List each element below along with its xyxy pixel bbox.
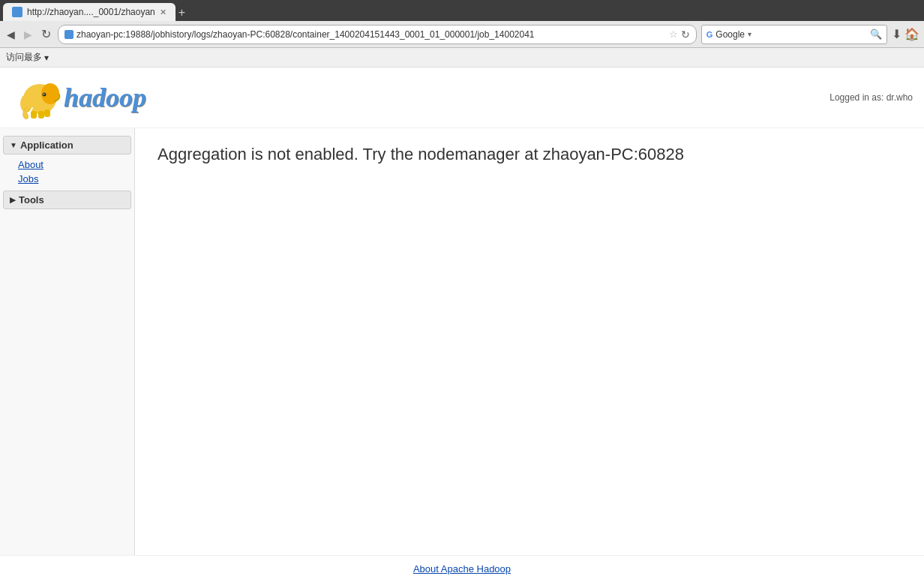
- search-submit-button[interactable]: 🔍: [870, 28, 882, 40]
- most-visited-label: 访问最多: [6, 51, 42, 64]
- search-dropdown-icon[interactable]: ▾: [748, 30, 752, 38]
- application-links: About Jobs: [0, 156, 134, 188]
- new-tab-button[interactable]: +: [178, 6, 185, 20]
- download-button[interactable]: ⬇: [892, 27, 902, 41]
- application-section: ▼ Application About Jobs: [0, 136, 134, 188]
- most-visited-dropdown-icon[interactable]: ▾: [44, 52, 49, 63]
- most-visited-bookmark[interactable]: 访问最多 ▾: [6, 51, 49, 64]
- svg-rect-6: [38, 111, 44, 118]
- tools-section: ▶ Tools: [0, 190, 134, 209]
- application-arrow: ▼: [10, 141, 17, 149]
- svg-point-4: [44, 94, 45, 95]
- forward-icon: [24, 28, 32, 40]
- jobs-link[interactable]: Jobs: [15, 172, 134, 186]
- about-link[interactable]: About: [15, 158, 134, 172]
- tab-favicon: [12, 7, 22, 17]
- reload-icon: [41, 28, 51, 40]
- search-bar[interactable]: G Google ▾ 🔍: [701, 25, 887, 44]
- aggregation-message: Aggregation is not enabled. Try the node…: [158, 143, 902, 166]
- address-favicon: [64, 30, 74, 39]
- page-content: hadoop Logged in as: dr.who ▼ Applicatio…: [0, 68, 924, 563]
- google-icon: G: [706, 30, 713, 39]
- browser-window: http://zhaoyan...._0001/zhaoyan ✕ + ☆ ↻ …: [0, 0, 924, 68]
- address-input[interactable]: [76, 29, 666, 40]
- back-icon: [7, 28, 15, 40]
- svg-rect-5: [31, 111, 37, 118]
- svg-rect-7: [44, 110, 50, 117]
- active-tab[interactable]: http://zhaoyan...._0001/zhaoyan ✕: [3, 3, 176, 21]
- main-content: Aggregation is not enabled. Try the node…: [135, 128, 924, 563]
- bookmark-star-icon[interactable]: ☆: [669, 28, 678, 40]
- bookmarks-bar: 访问最多 ▾: [0, 48, 924, 68]
- page-body: ▼ Application About Jobs ▶ Tools Aggrega…: [0, 128, 924, 563]
- back-button[interactable]: [4, 26, 17, 44]
- reload-button[interactable]: [39, 25, 53, 44]
- page-reload-icon[interactable]: ↻: [681, 28, 690, 40]
- nav-extra-buttons: ⬇ 🏠: [892, 27, 920, 41]
- logged-in-status: Logged in as: dr.who: [830, 92, 913, 103]
- tab-title: http://zhaoyan...._0001/zhaoyan: [27, 7, 155, 17]
- navigation-bar: ☆ ↻ G Google ▾ 🔍 ⬇ 🏠: [0, 21, 924, 48]
- search-input[interactable]: [754, 29, 867, 40]
- tools-label: Tools: [19, 194, 44, 206]
- application-label: Application: [20, 140, 74, 151]
- hadoop-logo: hadoop: [11, 75, 146, 120]
- application-header[interactable]: ▼ Application: [3, 136, 131, 154]
- page-footer: About Apache Hadoop: [0, 555, 924, 563]
- tab-close-button[interactable]: ✕: [160, 8, 166, 17]
- hadoop-elephant-icon: [11, 75, 64, 120]
- address-bar[interactable]: ☆ ↻: [58, 25, 697, 44]
- home-button[interactable]: 🏠: [904, 27, 920, 41]
- sidebar: ▼ Application About Jobs ▶ Tools: [0, 128, 135, 563]
- page-header: hadoop Logged in as: dr.who: [0, 68, 924, 128]
- tools-arrow: ▶: [10, 196, 16, 204]
- tab-bar: http://zhaoyan...._0001/zhaoyan ✕ +: [0, 0, 924, 21]
- hadoop-logo-text: hadoop: [64, 82, 146, 113]
- search-engine-label: Google: [716, 29, 745, 40]
- forward-button[interactable]: [22, 26, 34, 44]
- tools-header[interactable]: ▶ Tools: [3, 190, 131, 209]
